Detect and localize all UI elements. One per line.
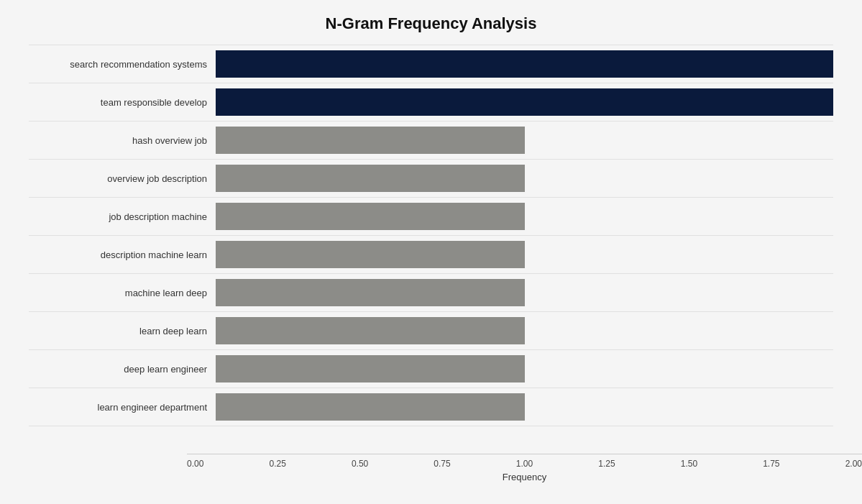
x-tick-label: 2.00 xyxy=(845,459,862,469)
x-tick-label: 0.50 xyxy=(352,459,368,469)
bar-row: job description machine xyxy=(29,198,833,236)
bar-track xyxy=(216,127,833,154)
bar-row: search recommendation systems xyxy=(29,45,833,83)
bar-fill xyxy=(216,50,833,78)
bar-track xyxy=(216,165,833,192)
x-axis-title: Frequency xyxy=(187,472,862,482)
bar-row: deep learn engineer xyxy=(29,350,833,388)
bar-row: learn deep learn xyxy=(29,312,833,350)
bar-track xyxy=(216,355,833,382)
bar-label: overview job description xyxy=(29,173,216,184)
bar-track xyxy=(216,50,833,78)
x-axis-labels: 0.000.250.500.751.001.251.501.752.00 xyxy=(187,459,862,469)
x-axis-line xyxy=(187,454,862,454)
bar-row: hash overview job xyxy=(29,122,833,160)
bar-track xyxy=(216,241,833,268)
bar-track xyxy=(216,279,833,306)
bar-fill xyxy=(216,127,525,154)
bar-label: deep learn engineer xyxy=(29,364,216,375)
bar-row: machine learn deep xyxy=(29,274,833,312)
bar-row: team responsible develop xyxy=(29,83,833,122)
bar-row: description machine learn xyxy=(29,236,833,274)
bar-label: machine learn deep xyxy=(29,288,216,298)
x-tick-label: 1.00 xyxy=(516,459,533,469)
x-tick-label: 0.75 xyxy=(434,459,450,469)
bar-label: search recommendation systems xyxy=(29,59,216,70)
bar-fill xyxy=(216,165,525,192)
bar-track xyxy=(216,203,833,230)
bar-track xyxy=(216,317,833,344)
x-tick-label: 0.00 xyxy=(187,459,203,469)
bar-row: learn engineer department xyxy=(29,388,833,426)
x-tick-label: 1.75 xyxy=(763,459,779,469)
bar-fill xyxy=(216,241,525,268)
x-axis: 0.000.250.500.751.001.251.501.752.00 Fre… xyxy=(187,454,862,482)
bar-track xyxy=(216,393,833,421)
bar-fill xyxy=(216,317,525,344)
bar-fill xyxy=(216,279,525,306)
x-tick-label: 1.50 xyxy=(681,459,697,469)
chart-title: N-Gram Frequency Analysis xyxy=(29,14,833,33)
x-tick-label: 1.25 xyxy=(598,459,615,469)
bar-label: description machine learn xyxy=(29,249,216,260)
bar-label: learn engineer department xyxy=(29,402,216,413)
bar-fill xyxy=(216,393,525,421)
bar-row: overview job description xyxy=(29,160,833,198)
bar-label: learn deep learn xyxy=(29,326,216,336)
bar-fill xyxy=(216,355,525,382)
bar-fill xyxy=(216,203,525,230)
chart-area: search recommendation systemsteam respon… xyxy=(29,45,833,426)
chart-container: N-Gram Frequency Analysis search recomme… xyxy=(0,0,862,504)
bar-label: hash overview job xyxy=(29,135,216,146)
bar-label: job description machine xyxy=(29,211,216,222)
bar-fill xyxy=(216,88,833,116)
bar-label: team responsible develop xyxy=(29,97,216,108)
bar-track xyxy=(216,88,833,116)
x-tick-label: 0.25 xyxy=(269,459,285,469)
